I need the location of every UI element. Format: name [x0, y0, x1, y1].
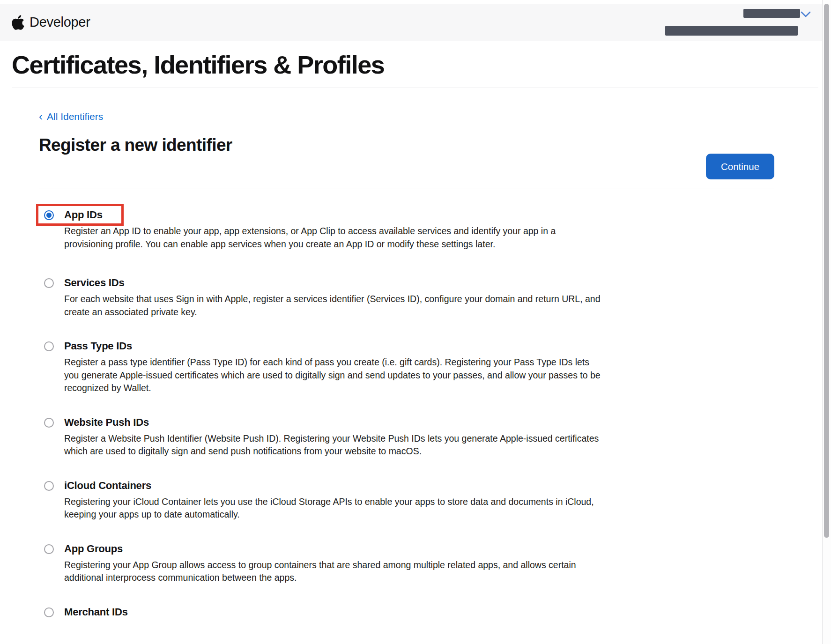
option-description: For each website that uses Sign in with …: [64, 293, 605, 318]
radio-button[interactable]: [44, 481, 54, 491]
window-top-strip: [0, 0, 831, 4]
radio-button[interactable]: [44, 278, 54, 288]
option-label[interactable]: Website Push IDs: [64, 416, 605, 429]
page-title: Certificates, Identifiers & Profiles: [0, 41, 831, 79]
radio-column: [39, 276, 64, 318]
identifier-option-row[interactable]: Website Push IDs Register a Website Push…: [39, 416, 831, 458]
option-description: Register a Website Push Identifier (Webs…: [64, 432, 605, 458]
identifier-option-row[interactable]: App IDs Register an App ID to enable you…: [39, 208, 831, 251]
option-content: App IDs Register an App ID to enable you…: [64, 208, 605, 251]
section-divider: [39, 188, 774, 188]
top-nav: Developer: [0, 4, 831, 41]
title-divider: [12, 88, 818, 88]
identifier-option-row[interactable]: App Groups Registering your App Group al…: [39, 542, 831, 585]
redacted-account-name: [743, 9, 800, 18]
radio-column: [39, 208, 64, 251]
option-content: Merchant IDs: [64, 606, 605, 622]
option-description: Registering your iCloud Container lets y…: [64, 496, 605, 521]
continue-button[interactable]: Continue: [706, 154, 774, 179]
radio-column: [39, 479, 64, 521]
radio-column: [39, 416, 64, 458]
back-link-all-identifiers[interactable]: ‹ All Identifiers: [39, 111, 103, 123]
option-content: Services IDs For each website that uses …: [64, 276, 605, 318]
brand-label: Developer: [30, 15, 90, 30]
option-content: App Groups Registering your App Group al…: [64, 542, 605, 585]
identifier-option-row[interactable]: iCloud Containers Registering your iClou…: [39, 479, 831, 521]
option-label[interactable]: Merchant IDs: [64, 606, 605, 619]
radio-column: [39, 542, 64, 585]
identifier-option-row[interactable]: Pass Type IDs Register a pass type ident…: [39, 340, 831, 395]
option-label[interactable]: Services IDs: [64, 276, 605, 289]
radio-button[interactable]: [44, 341, 54, 351]
radio-button[interactable]: [44, 544, 54, 554]
section-heading: Register a new identifier: [39, 134, 774, 156]
option-content: Pass Type IDs Register a pass type ident…: [64, 340, 605, 395]
radio-button[interactable]: [44, 607, 54, 617]
radio-column: [39, 606, 64, 622]
register-section-header: Register a new identifier Continue: [39, 134, 774, 156]
option-description: Registering your App Group allows access…: [64, 559, 605, 585]
back-link-label: All Identifiers: [47, 111, 103, 123]
brand-home-link[interactable]: Developer: [0, 4, 134, 41]
identifier-option-row[interactable]: Merchant IDs: [39, 606, 831, 622]
option-label[interactable]: iCloud Containers: [64, 479, 605, 492]
option-label[interactable]: App Groups: [64, 542, 605, 555]
option-label[interactable]: App IDs: [64, 208, 605, 222]
chevron-down-icon[interactable]: [801, 11, 811, 18]
identifier-option-row[interactable]: Services IDs For each website that uses …: [39, 276, 831, 318]
option-label[interactable]: Pass Type IDs: [64, 340, 605, 353]
option-description: Register a pass type identifier (Pass Ty…: [64, 356, 605, 395]
apple-logo-icon: [12, 14, 24, 31]
option-content: Website Push IDs Register a Website Push…: [64, 416, 605, 458]
scrollbar[interactable]: [822, 0, 831, 644]
chevron-left-icon: ‹: [39, 111, 43, 122]
identifier-options-list: App IDs Register an App ID to enable you…: [39, 208, 831, 622]
option-content: iCloud Containers Registering your iClou…: [64, 479, 605, 521]
radio-button-selected[interactable]: [44, 210, 54, 220]
option-description: Register an App ID to enable your app, a…: [64, 225, 605, 251]
radio-button[interactable]: [44, 418, 54, 428]
redacted-account-details: [665, 26, 798, 36]
scrollbar-thumb[interactable]: [824, 4, 829, 538]
radio-column: [39, 340, 64, 395]
